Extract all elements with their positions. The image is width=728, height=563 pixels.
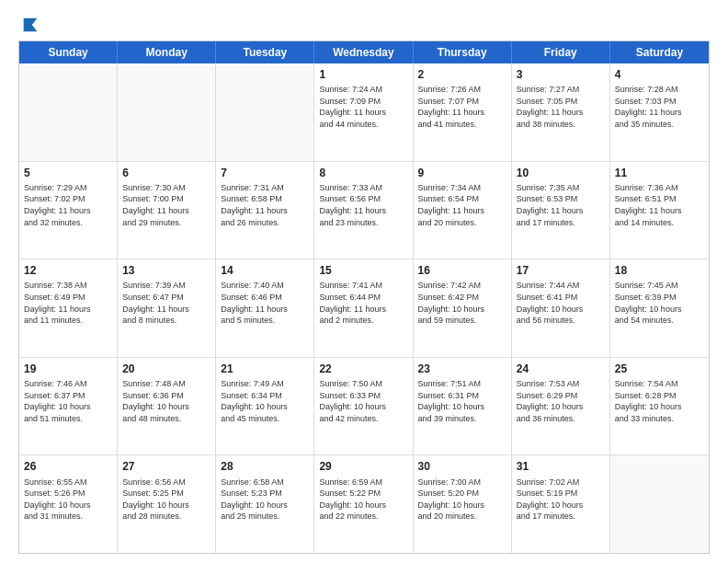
day-number: 4 — [615, 67, 704, 82]
cell-info: Sunrise: 7:28 AM Sunset: 7:03 PM Dayligh… — [615, 84, 704, 130]
day-cell-12: 12Sunrise: 7:38 AM Sunset: 6:49 PM Dayli… — [19, 259, 118, 357]
empty-cell-r0c0 — [19, 63, 118, 161]
day-cell-9: 9Sunrise: 7:34 AM Sunset: 6:54 PM Daylig… — [414, 162, 512, 259]
day-cell-4: 4Sunrise: 7:28 AM Sunset: 7:03 PM Daylig… — [610, 63, 709, 161]
day-number: 20 — [122, 362, 210, 376]
day-cell-14: 14Sunrise: 7:40 AM Sunset: 6:46 PM Dayli… — [216, 259, 314, 357]
day-number: 19 — [24, 362, 112, 376]
day-cell-15: 15Sunrise: 7:41 AM Sunset: 6:44 PM Dayli… — [314, 259, 413, 357]
calendar-row-4: 19Sunrise: 7:46 AM Sunset: 6:37 PM Dayli… — [19, 358, 709, 456]
day-cell-17: 17Sunrise: 7:44 AM Sunset: 6:41 PM Dayli… — [512, 259, 610, 357]
day-cell-24: 24Sunrise: 7:53 AM Sunset: 6:29 PM Dayli… — [512, 358, 610, 455]
weekday-header-thursday: Thursday — [414, 41, 512, 63]
day-cell-27: 27Sunrise: 6:56 AM Sunset: 5:25 PM Dayli… — [118, 455, 216, 553]
calendar-body: 1Sunrise: 7:24 AM Sunset: 7:09 PM Daylig… — [19, 63, 709, 553]
day-number: 18 — [615, 263, 704, 278]
day-number: 5 — [24, 166, 112, 180]
cell-info: Sunrise: 7:00 AM Sunset: 5:20 PM Dayligh… — [418, 477, 506, 523]
day-number: 24 — [517, 362, 605, 376]
cell-info: Sunrise: 7:54 AM Sunset: 6:28 PM Dayligh… — [615, 378, 704, 424]
day-number: 8 — [319, 166, 407, 180]
cell-info: Sunrise: 7:44 AM Sunset: 6:41 PM Dayligh… — [517, 280, 605, 326]
calendar-page: SundayMondayTuesdayWednesdayThursdayFrid… — [0, 0, 728, 563]
day-cell-20: 20Sunrise: 7:48 AM Sunset: 6:36 PM Dayli… — [118, 358, 216, 455]
day-cell-6: 6Sunrise: 7:30 AM Sunset: 7:00 PM Daylig… — [118, 162, 216, 259]
calendar-row-1: 1Sunrise: 7:24 AM Sunset: 7:09 PM Daylig… — [19, 63, 709, 162]
day-number: 22 — [319, 362, 407, 376]
day-number: 26 — [24, 459, 112, 474]
weekday-header-friday: Friday — [512, 41, 610, 63]
cell-info: Sunrise: 7:46 AM Sunset: 6:37 PM Dayligh… — [24, 378, 112, 424]
day-cell-19: 19Sunrise: 7:46 AM Sunset: 6:37 PM Dayli… — [19, 358, 118, 455]
day-cell-30: 30Sunrise: 7:00 AM Sunset: 5:20 PM Dayli… — [414, 455, 512, 553]
day-cell-22: 22Sunrise: 7:50 AM Sunset: 6:33 PM Dayli… — [314, 358, 413, 455]
cell-info: Sunrise: 7:42 AM Sunset: 6:42 PM Dayligh… — [418, 280, 506, 326]
day-number: 12 — [24, 263, 112, 278]
cell-info: Sunrise: 6:58 AM Sunset: 5:23 PM Dayligh… — [221, 477, 309, 523]
cell-info: Sunrise: 7:27 AM Sunset: 7:05 PM Dayligh… — [517, 84, 605, 130]
cell-info: Sunrise: 7:33 AM Sunset: 6:56 PM Dayligh… — [319, 182, 407, 228]
calendar-header-row: SundayMondayTuesdayWednesdayThursdayFrid… — [19, 41, 709, 63]
cell-info: Sunrise: 7:35 AM Sunset: 6:53 PM Dayligh… — [517, 182, 605, 228]
day-number: 3 — [517, 67, 605, 82]
empty-cell-r0c1 — [118, 63, 216, 161]
day-number: 2 — [418, 67, 506, 82]
day-number: 6 — [122, 166, 210, 180]
day-number: 17 — [517, 263, 605, 278]
weekday-header-sunday: Sunday — [19, 41, 118, 63]
logo — [18, 15, 40, 31]
empty-cell-r4c6 — [610, 455, 709, 553]
calendar-row-3: 12Sunrise: 7:38 AM Sunset: 6:49 PM Dayli… — [19, 259, 709, 358]
day-cell-31: 31Sunrise: 7:02 AM Sunset: 5:19 PM Dayli… — [512, 455, 610, 553]
day-cell-18: 18Sunrise: 7:45 AM Sunset: 6:39 PM Dayli… — [610, 259, 709, 357]
day-number: 7 — [221, 166, 309, 180]
day-cell-11: 11Sunrise: 7:36 AM Sunset: 6:51 PM Dayli… — [610, 162, 709, 259]
day-cell-5: 5Sunrise: 7:29 AM Sunset: 7:02 PM Daylig… — [19, 162, 118, 259]
cell-info: Sunrise: 6:56 AM Sunset: 5:25 PM Dayligh… — [122, 477, 210, 523]
day-number: 23 — [418, 362, 506, 376]
day-cell-13: 13Sunrise: 7:39 AM Sunset: 6:47 PM Dayli… — [118, 259, 216, 357]
cell-info: Sunrise: 7:48 AM Sunset: 6:36 PM Dayligh… — [122, 378, 210, 424]
cell-info: Sunrise: 6:59 AM Sunset: 5:22 PM Dayligh… — [319, 477, 407, 523]
day-cell-16: 16Sunrise: 7:42 AM Sunset: 6:42 PM Dayli… — [414, 259, 512, 357]
day-number: 9 — [418, 166, 506, 180]
day-cell-26: 26Sunrise: 6:55 AM Sunset: 5:26 PM Dayli… — [19, 455, 118, 553]
logo-icon — [20, 15, 40, 35]
day-number: 21 — [221, 362, 309, 376]
cell-info: Sunrise: 7:02 AM Sunset: 5:19 PM Dayligh… — [517, 477, 605, 523]
day-number: 29 — [319, 459, 407, 474]
day-number: 14 — [221, 263, 309, 278]
day-number: 15 — [319, 263, 407, 278]
weekday-header-wednesday: Wednesday — [314, 41, 413, 63]
svg-marker-0 — [24, 18, 38, 32]
day-cell-2: 2Sunrise: 7:26 AM Sunset: 7:07 PM Daylig… — [414, 63, 512, 161]
cell-info: Sunrise: 7:45 AM Sunset: 6:39 PM Dayligh… — [615, 280, 704, 326]
day-number: 27 — [122, 459, 210, 474]
day-number: 25 — [615, 362, 704, 376]
day-cell-7: 7Sunrise: 7:31 AM Sunset: 6:58 PM Daylig… — [216, 162, 314, 259]
weekday-header-tuesday: Tuesday — [216, 41, 314, 63]
cell-info: Sunrise: 7:36 AM Sunset: 6:51 PM Dayligh… — [615, 182, 704, 228]
day-cell-25: 25Sunrise: 7:54 AM Sunset: 6:28 PM Dayli… — [610, 358, 709, 455]
cell-info: Sunrise: 7:29 AM Sunset: 7:02 PM Dayligh… — [24, 182, 112, 228]
cell-info: Sunrise: 7:38 AM Sunset: 6:49 PM Dayligh… — [24, 280, 112, 326]
cell-info: Sunrise: 7:26 AM Sunset: 7:07 PM Dayligh… — [418, 84, 506, 130]
day-cell-1: 1Sunrise: 7:24 AM Sunset: 7:09 PM Daylig… — [314, 63, 413, 161]
cell-info: Sunrise: 7:39 AM Sunset: 6:47 PM Dayligh… — [122, 280, 210, 326]
day-number: 30 — [418, 459, 506, 474]
cell-info: Sunrise: 7:30 AM Sunset: 7:00 PM Dayligh… — [122, 182, 210, 228]
day-cell-21: 21Sunrise: 7:49 AM Sunset: 6:34 PM Dayli… — [216, 358, 314, 455]
day-number: 1 — [319, 67, 407, 82]
weekday-header-monday: Monday — [118, 41, 216, 63]
cell-info: Sunrise: 7:40 AM Sunset: 6:46 PM Dayligh… — [221, 280, 309, 326]
cell-info: Sunrise: 7:34 AM Sunset: 6:54 PM Dayligh… — [418, 182, 506, 228]
calendar-row-5: 26Sunrise: 6:55 AM Sunset: 5:26 PM Dayli… — [19, 455, 709, 553]
day-cell-23: 23Sunrise: 7:51 AM Sunset: 6:31 PM Dayli… — [414, 358, 512, 455]
weekday-header-saturday: Saturday — [610, 41, 709, 63]
day-cell-29: 29Sunrise: 6:59 AM Sunset: 5:22 PM Dayli… — [314, 455, 413, 553]
day-number: 10 — [517, 166, 605, 180]
cell-info: Sunrise: 7:53 AM Sunset: 6:29 PM Dayligh… — [517, 378, 605, 424]
empty-cell-r0c2 — [216, 63, 314, 161]
calendar-row-2: 5Sunrise: 7:29 AM Sunset: 7:02 PM Daylig… — [19, 162, 709, 260]
cell-info: Sunrise: 7:49 AM Sunset: 6:34 PM Dayligh… — [221, 378, 309, 424]
